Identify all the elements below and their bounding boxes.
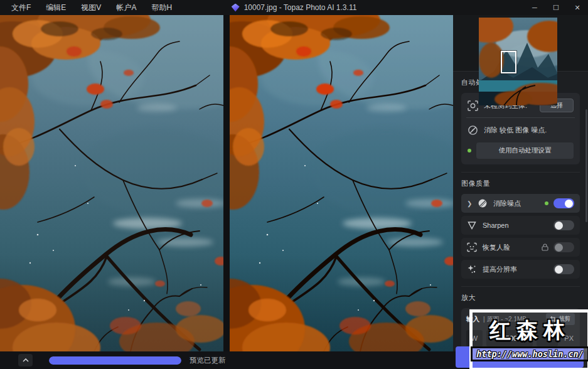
preview-progress-bar (49, 356, 181, 365)
image-quality-title: 图像质量 (461, 179, 490, 188)
navigator-zone (453, 15, 588, 72)
card-divider (466, 117, 575, 118)
navigator-image (479, 18, 557, 105)
preview-status-text: 预览已更新 (190, 356, 226, 365)
chevron-up-icon (23, 358, 29, 362)
denoise-summary-icon (468, 125, 478, 136)
window-title: 10007.jpg - Topaz Photo AI 1.3.11 (244, 3, 357, 12)
preview-after-pane[interactable] (230, 15, 453, 351)
menu-view[interactable]: 视图V (73, 0, 109, 15)
menu-help[interactable]: 帮助H (144, 0, 179, 15)
pane-divider (223, 15, 230, 351)
upscale-title: 放大 (461, 293, 476, 302)
filter-label: 恢复人脸 (483, 243, 510, 252)
watermark-url: http://www.hoslin.cn/ (471, 346, 588, 361)
menu-account[interactable]: 帐户A (109, 0, 144, 15)
sharpen-toggle[interactable] (553, 220, 574, 230)
noise-summary: 消除 较低 图像 噪点. (484, 126, 547, 135)
face-recovery-icon (467, 242, 477, 252)
filter-label: 提高分辨率 (483, 265, 517, 274)
minimize-button[interactable]: ─ (524, 0, 545, 15)
filter-label: Sharpen (483, 222, 509, 229)
photo-after (230, 15, 453, 351)
autopilot-status-dot (468, 149, 471, 152)
denoise-icon (478, 198, 488, 208)
filter-label: 消除噪点 (493, 199, 521, 208)
chevron-right-icon[interactable]: ❯ (467, 200, 472, 207)
menu-edit[interactable]: 编辑E (38, 0, 73, 15)
preview-before-pane[interactable] (0, 15, 223, 351)
app-logo-icon (232, 4, 240, 12)
filter-row-sharpen[interactable]: Sharpen (461, 216, 580, 235)
apply-autopilot-button[interactable]: 使用自动处理设置 (476, 142, 574, 159)
auto-dot (545, 201, 548, 205)
lock-icon (542, 243, 548, 251)
navigator-thumbnail[interactable] (479, 18, 557, 105)
progress-fill (49, 356, 181, 365)
filter-row-upscale-resolution[interactable]: 提高分辨率 (461, 260, 580, 279)
title-bar: 文件F 编辑E 视图V 帐户A 帮助H 10007.jpg - Topaz Ph… (0, 0, 588, 15)
photo-before (0, 15, 223, 351)
sidebar-scrollbar[interactable] (585, 109, 587, 222)
denoise-toggle[interactable] (553, 198, 574, 208)
filter-row-face-recovery[interactable]: 恢复人脸 (461, 238, 580, 257)
menu-bar: 文件F 编辑E 视图V 帐户A 帮助H (4, 0, 179, 15)
menu-file[interactable]: 文件F (4, 0, 38, 15)
subject-detect-icon (468, 100, 478, 111)
filter-row-denoise[interactable]: ❯ 消除噪点 (461, 194, 580, 213)
enhance-resolution-toggle[interactable] (553, 264, 574, 274)
watermark-title: 红森林 (489, 316, 570, 345)
close-button[interactable]: ✕ (567, 0, 588, 15)
watermark-overlay: 红森林 http://www.hoslin.cn/ (469, 309, 588, 369)
face-recovery-toggle[interactable] (553, 242, 574, 252)
settings-sidebar: 自动处理 ⚙ 未检测到主体. 选择 (453, 15, 588, 351)
enhance-resolution-icon (467, 264, 477, 274)
navigator-view-rect[interactable] (501, 51, 516, 73)
sharpen-icon (467, 220, 477, 230)
image-quality-section: 图像质量 ❯ 消除噪点 (453, 173, 588, 287)
collapse-panel-button[interactable] (18, 354, 33, 366)
maximize-button[interactable]: ☐ (545, 0, 567, 15)
